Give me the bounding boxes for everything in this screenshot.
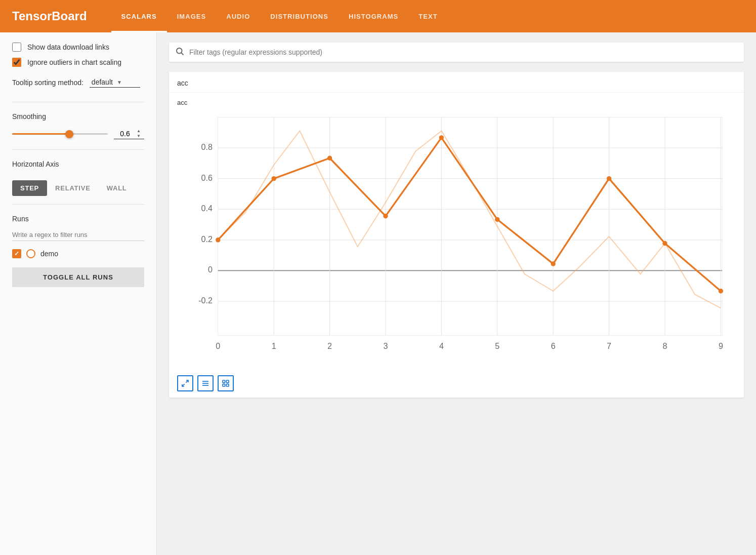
filter-bar bbox=[169, 43, 744, 62]
app-logo: TensorBoard bbox=[12, 9, 87, 23]
smoothing-value-input: 0.6 ▲ ▼ bbox=[114, 129, 144, 139]
nav-histograms[interactable]: HISTOGRAMS bbox=[339, 0, 408, 32]
header: TensorBoard SCALARS IMAGES AUDIO DISTRIB… bbox=[0, 0, 756, 32]
expand-chart-button[interactable] bbox=[177, 375, 193, 391]
svg-text:0: 0 bbox=[216, 341, 220, 350]
svg-text:0.8: 0.8 bbox=[201, 142, 213, 151]
nav-text[interactable]: TEXT bbox=[408, 0, 447, 32]
svg-text:6: 6 bbox=[551, 341, 556, 350]
svg-text:-0.2: -0.2 bbox=[198, 296, 213, 305]
ignore-outliers-checkbox[interactable] bbox=[12, 58, 21, 67]
chart-title: acc bbox=[177, 99, 736, 106]
smoothing-input[interactable]: 0.6 bbox=[114, 129, 136, 139]
nav-distributions[interactable]: DISTRIBUTIONS bbox=[260, 0, 339, 32]
tooltip-select[interactable]: default ▼ bbox=[90, 77, 140, 88]
svg-point-40 bbox=[495, 217, 499, 222]
chart-card-acc: acc acc bbox=[169, 72, 744, 398]
svg-line-1 bbox=[181, 53, 183, 55]
checkmark-icon: ✓ bbox=[14, 250, 19, 257]
svg-text:0.4: 0.4 bbox=[201, 204, 213, 213]
svg-text:5: 5 bbox=[495, 341, 499, 350]
runs-section: Runs ✓ demo TOGGLE ALL RUNS bbox=[12, 215, 144, 287]
search-icon bbox=[175, 47, 184, 58]
spin-buttons: ▲ ▼ bbox=[136, 129, 141, 139]
sidebar: Show data download links Ignore outliers… bbox=[0, 32, 157, 555]
tooltip-label: Tooltip sorting method: bbox=[12, 78, 83, 87]
axis-step-button[interactable]: STEP bbox=[12, 180, 47, 196]
chart-card-header: acc bbox=[169, 72, 744, 93]
show-download-label: Show data download links bbox=[27, 43, 109, 51]
chart-actions bbox=[177, 371, 736, 393]
smoothing-row: 0.6 ▲ ▼ bbox=[12, 129, 144, 139]
toggle-all-button[interactable]: TOGGLE ALL RUNS bbox=[12, 267, 144, 287]
svg-point-41 bbox=[551, 261, 555, 266]
zoom-chart-button[interactable] bbox=[218, 375, 234, 391]
svg-point-37 bbox=[327, 156, 332, 161]
ignore-outliers-label: Ignore outliers in chart scaling bbox=[27, 58, 121, 66]
chart-body: acc bbox=[169, 93, 744, 398]
svg-text:2: 2 bbox=[327, 341, 332, 350]
slider-track bbox=[12, 133, 108, 135]
runs-filter-input[interactable] bbox=[12, 229, 144, 241]
filter-input[interactable] bbox=[189, 48, 738, 56]
axis-wall-button[interactable]: WALL bbox=[99, 180, 135, 196]
svg-point-44 bbox=[719, 289, 723, 293]
smoothing-slider-container[interactable] bbox=[12, 129, 108, 139]
ignore-outliers-row: Ignore outliers in chart scaling bbox=[12, 58, 144, 67]
svg-point-38 bbox=[383, 214, 388, 218]
horizontal-axis-label: Horizontal Axis bbox=[12, 160, 144, 168]
svg-point-42 bbox=[607, 176, 611, 181]
tooltip-row: Tooltip sorting method: default ▼ bbox=[12, 77, 144, 88]
svg-rect-51 bbox=[226, 380, 229, 383]
slider-thumb[interactable] bbox=[65, 130, 73, 138]
svg-text:9: 9 bbox=[719, 341, 723, 350]
svg-point-35 bbox=[216, 237, 220, 242]
lines-chart-button[interactable] bbox=[197, 375, 214, 391]
svg-rect-52 bbox=[223, 384, 225, 386]
svg-rect-53 bbox=[226, 384, 229, 386]
spin-up[interactable]: ▲ bbox=[136, 129, 141, 134]
show-download-checkbox[interactable] bbox=[12, 43, 21, 52]
slider-fill bbox=[12, 133, 69, 135]
run-name-demo: demo bbox=[40, 250, 58, 258]
nav-audio[interactable]: AUDIO bbox=[216, 0, 260, 32]
divider-3 bbox=[12, 204, 144, 205]
tooltip-value: default bbox=[92, 78, 113, 86]
axis-relative-button[interactable]: RELATIVE bbox=[47, 180, 99, 196]
svg-text:3: 3 bbox=[383, 341, 388, 350]
smoothing-label: Smoothing bbox=[12, 112, 144, 121]
divider-1 bbox=[12, 102, 144, 102]
svg-point-0 bbox=[177, 48, 182, 54]
svg-text:8: 8 bbox=[662, 341, 667, 350]
show-download-row: Show data download links bbox=[12, 43, 144, 52]
svg-rect-50 bbox=[223, 380, 225, 383]
divider-2 bbox=[12, 149, 144, 150]
main-nav: SCALARS IMAGES AUDIO DISTRIBUTIONS HISTO… bbox=[111, 0, 448, 32]
spin-down[interactable]: ▼ bbox=[136, 134, 141, 139]
svg-text:0.2: 0.2 bbox=[201, 234, 213, 244]
chart-svg-container: 0.8 0.6 0.4 0.2 0 -0.2 0 1 2 3 4 5 6 bbox=[177, 110, 736, 371]
svg-point-43 bbox=[662, 241, 667, 246]
svg-text:7: 7 bbox=[607, 341, 611, 350]
svg-text:0: 0 bbox=[208, 265, 213, 274]
content-area: acc acc bbox=[157, 32, 756, 555]
svg-point-39 bbox=[439, 135, 444, 140]
runs-title: Runs bbox=[12, 215, 144, 223]
main-layout: Show data download links Ignore outliers… bbox=[0, 32, 756, 555]
nav-images[interactable]: IMAGES bbox=[167, 0, 217, 32]
svg-text:0.6: 0.6 bbox=[201, 173, 213, 182]
svg-point-36 bbox=[271, 176, 276, 181]
axis-buttons: STEP RELATIVE WALL bbox=[12, 180, 144, 196]
run-color-demo[interactable] bbox=[26, 249, 35, 258]
svg-rect-2 bbox=[218, 117, 722, 335]
run-checkbox-demo[interactable]: ✓ bbox=[12, 249, 21, 258]
run-item-demo: ✓ demo bbox=[12, 249, 144, 258]
chevron-down-icon: ▼ bbox=[117, 80, 138, 85]
nav-scalars[interactable]: SCALARS bbox=[111, 0, 167, 32]
svg-text:1: 1 bbox=[272, 341, 276, 350]
svg-text:4: 4 bbox=[439, 341, 444, 350]
chart-svg: 0.8 0.6 0.4 0.2 0 -0.2 0 1 2 3 4 5 6 bbox=[177, 110, 736, 370]
